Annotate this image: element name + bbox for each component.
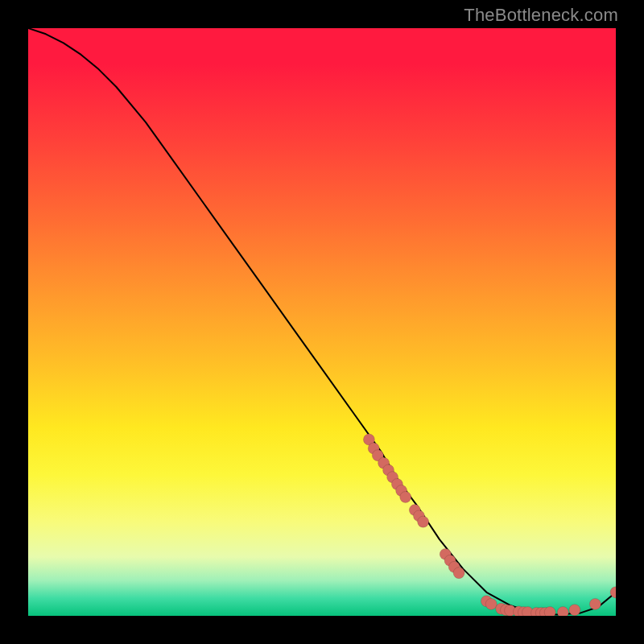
data-point bbox=[400, 492, 411, 503]
chart-stage: TheBottleneck.com bbox=[0, 0, 644, 644]
data-point bbox=[418, 516, 429, 527]
data-point bbox=[485, 598, 497, 609]
data-point bbox=[589, 598, 601, 609]
bottleneck-curve bbox=[28, 28, 616, 615]
data-points-group bbox=[363, 434, 616, 616]
data-point bbox=[557, 607, 568, 616]
data-point bbox=[453, 568, 464, 579]
watermark-text: TheBottleneck.com bbox=[464, 5, 618, 26]
data-point bbox=[544, 607, 555, 616]
plot-svg bbox=[28, 28, 616, 616]
plot-area bbox=[28, 28, 616, 616]
data-point bbox=[569, 605, 580, 616]
